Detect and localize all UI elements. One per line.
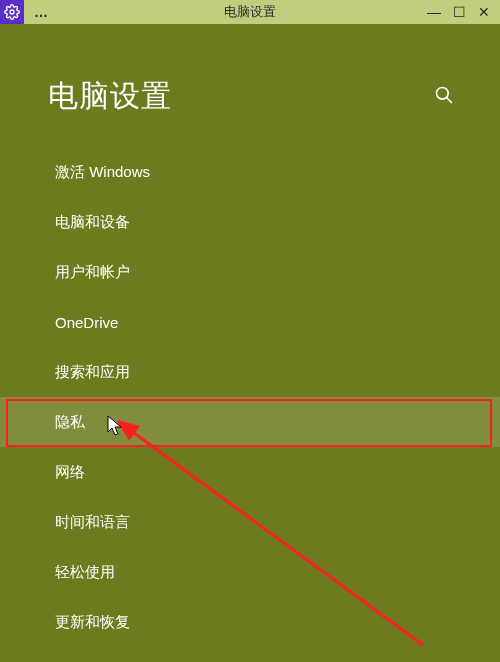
- nav-item-users-and-accounts[interactable]: 用户和帐户: [0, 247, 500, 297]
- titlebar-menu-ellipsis[interactable]: …: [34, 4, 49, 20]
- minimize-button[interactable]: —: [427, 0, 441, 24]
- search-icon: [434, 85, 454, 105]
- nav-item-pc-and-devices[interactable]: 电脑和设备: [0, 197, 500, 247]
- titlebar: … 电脑设置 — ☐ ✕: [0, 0, 500, 24]
- nav-item-time-and-language[interactable]: 时间和语言: [0, 497, 500, 547]
- nav-item-activate-windows[interactable]: 激活 Windows: [0, 147, 500, 197]
- content-area: 电脑设置 激活 Windows 电脑和设备 用户和帐户 OneDrive 搜索和…: [0, 24, 500, 647]
- nav-item-onedrive[interactable]: OneDrive: [0, 297, 500, 347]
- nav-item-privacy[interactable]: 隐私: [0, 397, 500, 447]
- nav-item-ease-of-access[interactable]: 轻松使用: [0, 547, 500, 597]
- page-header: 电脑设置: [0, 24, 500, 147]
- close-button[interactable]: ✕: [478, 0, 490, 24]
- window-title: 电脑设置: [0, 3, 500, 21]
- svg-point-0: [10, 10, 14, 14]
- svg-line-2: [447, 97, 452, 102]
- nav-item-update-and-recovery[interactable]: 更新和恢复: [0, 597, 500, 647]
- nav-item-network[interactable]: 网络: [0, 447, 500, 497]
- search-button[interactable]: [434, 85, 454, 109]
- app-icon: [0, 0, 24, 24]
- maximize-button[interactable]: ☐: [453, 0, 466, 24]
- settings-nav: 激活 Windows 电脑和设备 用户和帐户 OneDrive 搜索和应用 隐私…: [0, 147, 500, 647]
- nav-item-search-and-apps[interactable]: 搜索和应用: [0, 347, 500, 397]
- window-controls: — ☐ ✕: [427, 0, 500, 24]
- page-title: 电脑设置: [48, 76, 172, 117]
- settings-window: … 电脑设置 — ☐ ✕ 电脑设置 激活 Windows 电脑和设备 用户和帐户…: [0, 0, 500, 662]
- gear-icon: [4, 4, 20, 20]
